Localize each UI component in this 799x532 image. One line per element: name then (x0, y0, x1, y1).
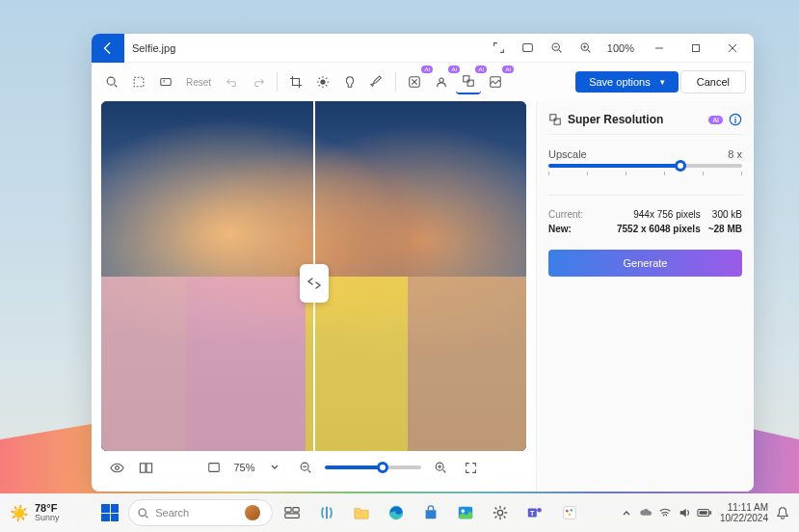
chevron-down-icon[interactable] (263, 456, 286, 479)
svg-point-7 (321, 79, 326, 84)
back-button[interactable] (92, 34, 124, 63)
battery-icon[interactable] (697, 506, 712, 519)
svg-point-13 (115, 466, 119, 469)
zoom-slider-thumb[interactable] (377, 462, 388, 473)
taskbar-weather[interactable]: ☀️ 78°F Sunny (10, 503, 60, 522)
adjust-icon[interactable] (310, 69, 335, 94)
current-dimensions: 944x 756 pixels (591, 209, 701, 220)
upscale-value: 8 x (728, 148, 742, 160)
svg-text:T: T (530, 509, 535, 518)
save-options-button[interactable]: Save options ▾ (575, 71, 679, 93)
save-options-label: Save options (589, 76, 651, 88)
content-area: 75% (92, 101, 754, 492)
windows-logo-icon (101, 504, 119, 521)
svg-rect-3 (693, 44, 700, 51)
minimize-button[interactable] (642, 35, 677, 62)
zoom-in-icon[interactable] (573, 35, 599, 62)
maximize-button[interactable] (679, 35, 713, 62)
redo-icon[interactable] (246, 69, 271, 94)
notifications-icon[interactable] (776, 506, 789, 519)
compare-handle[interactable] (300, 264, 329, 303)
settings-icon[interactable] (485, 497, 516, 528)
store-icon[interactable] (415, 497, 446, 528)
reset-button[interactable]: Reset (180, 73, 217, 92)
svg-point-22 (139, 509, 146, 516)
photos-app-icon[interactable] (450, 497, 481, 528)
svg-point-35 (571, 509, 573, 512)
size-readout: Current: 944x 756 pixels 300 kB New: 755… (548, 209, 742, 234)
svg-rect-38 (700, 511, 707, 515)
panel-title: Super Resolution (568, 113, 703, 126)
zoom-tool-icon[interactable] (99, 69, 124, 94)
zoom-percent: 75% (233, 462, 254, 473)
svg-point-9 (439, 78, 443, 82)
svg-rect-25 (285, 514, 299, 519)
teams-icon[interactable]: T (519, 497, 550, 528)
svg-rect-10 (464, 76, 469, 82)
crop-icon[interactable] (283, 69, 308, 94)
zoom-out-icon[interactable] (294, 456, 317, 479)
zoom-out-icon[interactable] (544, 35, 571, 62)
clock[interactable]: 11:11 AM 10/22/2024 (720, 502, 768, 523)
taskbar-search[interactable]: Search (128, 499, 273, 526)
fullscreen-icon[interactable] (460, 456, 483, 479)
svg-rect-39 (709, 511, 711, 515)
markup-icon[interactable] (364, 69, 389, 94)
task-view-icon[interactable] (277, 497, 307, 528)
file-name: Selfie.jpg (124, 42, 175, 54)
fit-icon[interactable] (202, 456, 226, 479)
super-resolution-ai-icon[interactable] (456, 69, 481, 94)
titlebar: Selfie.jpg 100% (92, 34, 754, 63)
aspect-ratio-icon[interactable] (153, 69, 178, 94)
toolbar-separator (395, 72, 396, 92)
onedrive-icon[interactable] (639, 506, 653, 519)
zoom-slider[interactable] (325, 466, 421, 469)
filter-icon[interactable] (337, 69, 362, 94)
fit-screen-icon[interactable] (515, 35, 542, 62)
undo-icon[interactable] (219, 69, 244, 94)
svg-rect-14 (140, 463, 146, 471)
edge-icon[interactable] (381, 497, 412, 528)
clock-date: 10/22/2024 (720, 513, 768, 523)
photos-app-window: Selfie.jpg 100% (92, 34, 754, 492)
svg-rect-15 (146, 463, 151, 471)
background-ai-icon[interactable] (429, 69, 454, 94)
fullscreen-icon[interactable] (486, 35, 513, 62)
select-tool-icon[interactable] (126, 69, 151, 94)
zoom-level-text: 100% (601, 42, 640, 54)
search-placeholder: Search (155, 507, 189, 519)
cancel-button[interactable]: Cancel (680, 70, 746, 93)
new-filesize: ~28 MB (708, 224, 742, 234)
close-button[interactable] (715, 35, 750, 62)
svg-rect-33 (564, 507, 576, 519)
chevron-up-icon[interactable] (622, 508, 631, 518)
image-preview[interactable] (101, 101, 526, 451)
info-icon[interactable] (729, 113, 742, 126)
svg-point-32 (537, 508, 542, 513)
upscale-slider[interactable] (548, 164, 742, 168)
sunny-icon: ☀️ (10, 504, 29, 522)
chevron-down-icon: ▾ (660, 77, 665, 87)
taskbar: ☀️ 78°F Sunny Search (0, 493, 799, 532)
explorer-icon[interactable] (346, 497, 377, 528)
restyle-ai-icon[interactable] (483, 69, 508, 94)
svg-rect-16 (209, 464, 220, 472)
paint-icon[interactable] (554, 497, 585, 528)
clock-time: 11:11 AM (720, 502, 768, 513)
generate-button[interactable]: Generate (548, 250, 742, 277)
view-icon[interactable] (105, 456, 128, 479)
upscale-slider-thumb[interactable] (675, 160, 686, 172)
svg-point-28 (462, 509, 466, 513)
compare-icon[interactable] (134, 456, 157, 479)
wifi-icon[interactable] (658, 506, 672, 519)
zoom-in-icon[interactable] (429, 456, 452, 479)
svg-rect-11 (467, 80, 473, 86)
svg-rect-24 (293, 508, 299, 513)
erase-ai-icon[interactable] (402, 69, 427, 94)
start-button[interactable] (95, 498, 124, 527)
volume-icon[interactable] (678, 506, 691, 519)
bottom-bar: 75% (101, 451, 526, 484)
current-filesize: 300 kB (708, 209, 742, 220)
copilot-icon[interactable] (311, 497, 342, 528)
super-resolution-icon (548, 113, 562, 126)
